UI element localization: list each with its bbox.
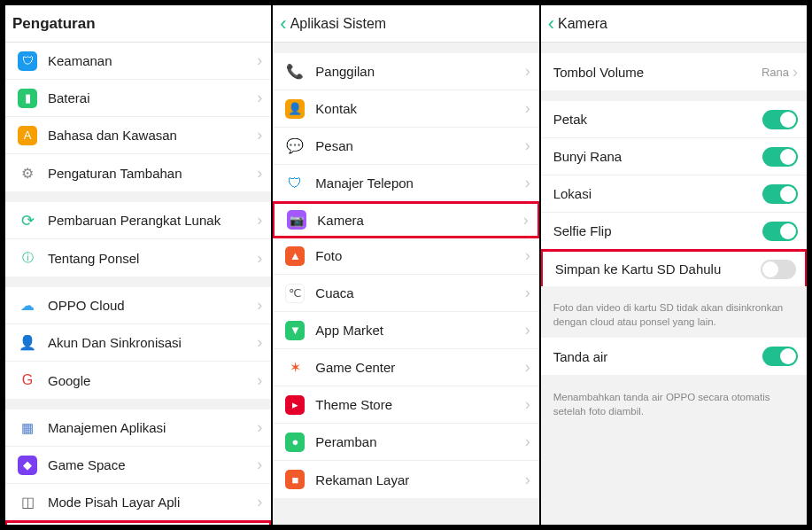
page-title: Kamera: [558, 16, 607, 32]
header-settings: Pengaturan: [5, 5, 271, 43]
system-apps-list[interactable]: 📞Panggilan›👤Kontak›💬Pesan›🛡Manajer Telep…: [273, 43, 538, 525]
chevron-right-icon: ›: [525, 284, 530, 302]
photos-icon: ▲: [285, 246, 305, 266]
google-icon: G: [18, 370, 37, 390]
chevron-right-icon: ›: [525, 246, 530, 265]
row-weather[interactable]: ℃Cuaca›: [273, 275, 538, 312]
camera-settings-list[interactable]: Tombol Volume Rana › PetakBunyi RanaLoka…: [541, 43, 807, 525]
page-title: Aplikasi Sistem: [290, 16, 386, 32]
row-accounts-sync[interactable]: 👤Akun Dan Sinkronisasi›: [5, 324, 271, 362]
label: Bahasa dan Kawasan: [48, 128, 257, 143]
label: Pembaruan Perangkat Lunak: [48, 213, 257, 228]
row-contacts[interactable]: 👤Kontak›: [273, 90, 538, 128]
label: OPPO Cloud: [48, 298, 257, 313]
label: App Market: [315, 323, 524, 338]
toggle-watermark[interactable]: [762, 347, 798, 366]
screen-recorder-icon: ■: [285, 470, 305, 489]
toggle-selfie-flip[interactable]: [762, 222, 798, 241]
row-about-phone[interactable]: ⓘTentang Ponsel›: [5, 239, 271, 277]
value: Rana: [762, 66, 789, 79]
row-battery[interactable]: ▮Baterai›: [5, 80, 271, 117]
chevron-right-icon: ›: [525, 471, 530, 489]
row-selfie-flip[interactable]: Selfie Flip: [541, 213, 807, 250]
label: Mode Pisah Layar Apli: [48, 495, 257, 510]
row-camera[interactable]: 📷Kamera›: [273, 201, 538, 238]
security-icon: 🛡: [18, 51, 37, 71]
settings-panel: Pengaturan 🛡Keamanan›▮Baterai›ABahasa da…: [5, 5, 271, 525]
row-watermark[interactable]: Tanda air: [541, 338, 807, 375]
chevron-right-icon: ›: [525, 174, 530, 192]
oppo-cloud-icon: ☁: [18, 296, 37, 316]
chevron-right-icon: ›: [525, 433, 530, 451]
system-apps-panel: ‹ Aplikasi Sistem 📞Panggilan›👤Kontak›💬Pe…: [273, 5, 538, 525]
chevron-right-icon: ›: [257, 296, 262, 315]
chevron-right-icon: ›: [257, 493, 262, 511]
label: Manajemen Aplikasi: [48, 420, 257, 435]
language-region-icon: A: [18, 126, 37, 145]
settings-list[interactable]: 🛡Keamanan›▮Baterai›ABahasa dan Kawasan›⚙…: [5, 43, 271, 525]
toggle-grid[interactable]: [762, 110, 798, 129]
row-calls[interactable]: 📞Panggilan›: [273, 53, 538, 90]
row-volume-button[interactable]: Tombol Volume Rana ›: [541, 53, 807, 90]
label: Theme Store: [315, 397, 524, 412]
chevron-right-icon: ›: [525, 395, 530, 414]
header-camera[interactable]: ‹ Kamera: [541, 5, 807, 43]
chevron-right-icon: ›: [525, 321, 530, 339]
row-oppo-cloud[interactable]: ☁OPPO Cloud›: [5, 287, 271, 324]
toggle-save-sd-first[interactable]: [761, 260, 796, 279]
row-theme-store[interactable]: ▸Theme Store›: [273, 386, 538, 424]
row-shutter-sound[interactable]: Bunyi Rana: [541, 138, 807, 175]
weather-icon: ℃: [285, 284, 305, 303]
row-save-sd-first[interactable]: Simpan ke Kartu SD Dahulu: [541, 249, 807, 286]
row-split-screen[interactable]: ◫Mode Pisah Layar Apli›: [5, 484, 271, 521]
header-system-apps[interactable]: ‹ Aplikasi Sistem: [273, 5, 538, 43]
app-market-icon: ▼: [285, 321, 305, 340]
phone-manager-icon: 🛡: [285, 174, 305, 193]
label: Tombol Volume: [553, 65, 762, 80]
row-location[interactable]: Lokasi: [541, 175, 807, 213]
label: Kamera: [317, 213, 522, 228]
label: Tentang Ponsel: [48, 251, 257, 266]
row-security[interactable]: 🛡Keamanan›: [5, 43, 271, 80]
row-google[interactable]: GGoogle›: [5, 362, 271, 399]
app-management-icon: ▦: [18, 418, 37, 438]
additional-settings-icon: ⚙: [18, 163, 37, 183]
camera-settings-panel: ‹ Kamera Tombol Volume Rana › PetakBunyi…: [541, 5, 807, 525]
label: Pesan: [315, 138, 524, 153]
browser-icon: ●: [285, 433, 305, 452]
row-app-management[interactable]: ▦Manajemen Aplikasi›: [5, 409, 271, 447]
label: Simpan ke Kartu SD Dahulu: [555, 261, 761, 277]
row-messages[interactable]: 💬Pesan›: [273, 128, 538, 165]
label: Foto: [315, 248, 524, 263]
chevron-right-icon: ›: [793, 63, 798, 82]
game-space-icon: ◆: [18, 456, 37, 475]
toggle-shutter-sound[interactable]: [762, 147, 798, 167]
row-photos[interactable]: ▲Foto›: [273, 238, 538, 275]
label: Game Space: [48, 457, 257, 472]
label: Panggilan: [315, 64, 524, 79]
back-icon[interactable]: ‹: [280, 14, 286, 34]
row-browser[interactable]: ●Peramban›: [273, 424, 538, 461]
chevron-right-icon: ›: [257, 89, 262, 107]
row-software-update[interactable]: ⟳Pembaruan Perangkat Lunak›: [5, 202, 271, 239]
game-center-icon: ✶: [285, 358, 305, 378]
row-game-space[interactable]: ◆Game Space›: [5, 447, 271, 484]
row-phone-manager[interactable]: 🛡Manajer Telepon›: [273, 165, 538, 202]
software-update-icon: ⟳: [18, 211, 37, 230]
chevron-right-icon: ›: [257, 51, 262, 70]
chevron-right-icon: ›: [257, 371, 262, 390]
toggle-location[interactable]: [762, 184, 798, 204]
chevron-right-icon: ›: [523, 211, 529, 230]
back-icon[interactable]: ‹: [548, 14, 554, 34]
label: Keamanan: [48, 53, 257, 68]
row-language-region[interactable]: ABahasa dan Kawasan›: [5, 117, 271, 154]
row-grid[interactable]: Petak: [541, 101, 807, 138]
row-screen-recorder[interactable]: ■Rekaman Layar›: [273, 461, 538, 498]
row-system-apps[interactable]: ■Aplikasi Sistem›: [5, 520, 271, 525]
row-additional-settings[interactable]: ⚙Pengaturan Tambahan›: [5, 154, 271, 191]
chevron-right-icon: ›: [525, 99, 530, 118]
row-app-market[interactable]: ▼App Market›: [273, 312, 538, 349]
row-game-center[interactable]: ✶Game Center›: [273, 349, 538, 386]
label: Cuaca: [315, 285, 524, 300]
label: Peramban: [315, 434, 524, 449]
